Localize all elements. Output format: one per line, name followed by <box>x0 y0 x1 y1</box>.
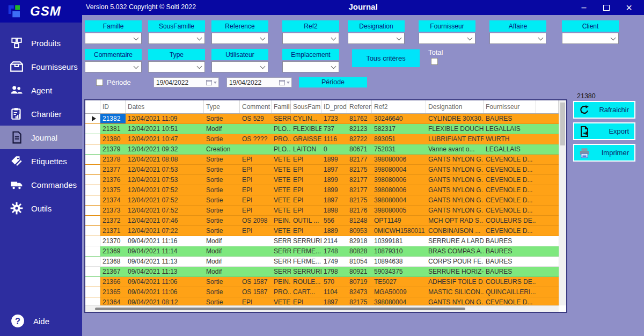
col-header-comment[interactable]: Comment <box>240 100 272 113</box>
cell-idprod[interactable]: 1798 <box>321 267 347 276</box>
cell-famille[interactable]: VETE... <box>272 165 291 174</box>
cell-fournisseur[interactable]: CEVENOLE D... <box>484 226 536 236</box>
cell-type[interactable]: Modif <box>204 257 240 266</box>
cell-fournisseur[interactable]: CEVENOLE D... <box>484 175 536 185</box>
cell-famille[interactable]: VETE... <box>272 226 291 236</box>
row-selector[interactable] <box>85 124 100 134</box>
cell-fournisseur[interactable]: LEGALLAIS <box>484 124 536 134</box>
cell-fournisseur[interactable]: CEVENOLE D... <box>484 185 536 195</box>
cell-fournisseur[interactable]: CEVENOLE D... <box>484 195 536 205</box>
filter-header-button[interactable]: Ref2 <box>282 20 339 32</box>
cell-ref2[interactable]: 398080004 <box>372 165 426 174</box>
cell-dates[interactable]: 12/04/2021 07:22 <box>126 226 204 236</box>
cell-dates[interactable]: 12/04/2021 11:09 <box>126 114 204 123</box>
cell-idprod[interactable]: 737 <box>321 124 347 134</box>
cell-comment[interactable]: EPI <box>240 206 272 215</box>
cell-designation[interactable]: CORPS POUR FE... <box>426 257 484 266</box>
sidebar-item-chantier[interactable]: Chantier <box>0 102 82 126</box>
table-row[interactable]: 21368 09/04/2021 11:13 Modif SERR... FER… <box>85 257 559 267</box>
filter-header-button[interactable]: Client <box>562 20 619 32</box>
cell-dates[interactable]: 09/04/2021 11:13 <box>126 257 204 266</box>
table-row[interactable]: 21372 12/04/2021 07:46 Sortie OS 2098 PE… <box>85 216 559 226</box>
cell-idprod[interactable]: 1104 <box>321 287 347 297</box>
cell-designation[interactable]: CONBINAISON ... <box>426 226 484 236</box>
cell-id[interactable]: 21374 <box>100 195 126 205</box>
cell-referen[interactable]: 82177 <box>347 185 372 195</box>
table-row[interactable]: 21374 12/04/2021 07:52 Sortie EPI VETE..… <box>85 195 559 206</box>
filter-dropdown[interactable] <box>489 33 546 44</box>
cell-designation[interactable]: CYLINDRE 30X30... <box>426 114 484 123</box>
cell-id[interactable]: 21382 <box>100 114 126 123</box>
cell-ref2[interactable]: TE5027 <box>372 277 426 287</box>
cell-comment[interactable]: OS 2098 <box>240 216 272 225</box>
cell-sousfam[interactable]: LAITON <box>291 144 321 154</box>
export-button[interactable]: Export <box>573 122 635 140</box>
row-selector[interactable] <box>85 267 100 276</box>
cell-type[interactable]: Sortie <box>204 165 240 174</box>
col-header-dates[interactable]: Dates <box>126 100 204 113</box>
cell-type[interactable]: Sortie <box>204 175 240 185</box>
table-row[interactable]: 21382 12/04/2021 11:09 Sortie OS 529 SER… <box>85 114 559 124</box>
cell-ref2[interactable]: 398080006 <box>372 155 426 164</box>
cell-referen[interactable]: 82176 <box>347 206 372 215</box>
sidebar-item-fournisseurs[interactable]: Fournisseurs <box>0 55 82 78</box>
cell-famille[interactable]: PRO... <box>272 134 291 144</box>
row-selector[interactable] <box>85 185 100 195</box>
cell-dates[interactable]: 09/04/2021 11:16 <box>126 236 204 246</box>
cell-sousfam[interactable]: CYLIN... <box>291 114 321 123</box>
cell-fournisseur[interactable]: CEVENOLE D... <box>484 206 536 215</box>
cell-id[interactable]: 21364 <box>100 297 126 305</box>
cell-fournisseur[interactable]: BAURES <box>484 114 536 123</box>
cell-id[interactable]: 21378 <box>100 155 126 164</box>
cell-id[interactable]: 21368 <box>100 257 126 266</box>
cell-comment[interactable] <box>240 257 272 266</box>
filter-dropdown[interactable] <box>562 33 619 44</box>
cell-dates[interactable]: 09/04/2021 11:06 <box>126 277 204 287</box>
cell-comment[interactable]: EPI <box>240 297 272 305</box>
table-row[interactable]: 21365 09/04/2021 11:06 Sortie OS 1587 PR… <box>85 287 559 297</box>
minimize-button[interactable]: – <box>574 0 594 15</box>
cell-fournisseur[interactable]: CEVENOLE D... <box>484 155 536 164</box>
cell-referen[interactable]: 81054 <box>347 257 372 266</box>
col-header-fournisseur[interactable]: Fournisseur <box>484 100 536 113</box>
cell-famille[interactable]: PLO... <box>272 144 291 154</box>
filter-dropdown[interactable] <box>148 33 205 44</box>
cell-fournisseur[interactable]: LEGALLAIS <box>484 144 536 154</box>
cell-ref2[interactable]: OPT1149 <box>372 216 426 225</box>
cell-sousfam[interactable]: SERRURE <box>291 236 321 246</box>
cell-referen[interactable]: 80828 <box>347 246 372 256</box>
cell-ref2[interactable]: 398080004 <box>372 297 426 305</box>
cell-fournisseur[interactable]: BAURES <box>484 257 536 266</box>
cell-fournisseur[interactable]: COULEURS DE... <box>484 216 536 225</box>
filter-header-button[interactable]: Designation <box>348 20 405 32</box>
cell-idprod[interactable]: 1748 <box>321 246 347 256</box>
cell-sousfam[interactable]: OUTIL ... <box>291 216 321 225</box>
cell-type[interactable]: Sortie <box>204 155 240 164</box>
cell-id[interactable]: 21371 <box>100 226 126 236</box>
cell-ref2[interactable]: 10894638 <box>372 257 426 266</box>
cell-referen[interactable]: 82175 <box>347 165 372 174</box>
cell-type[interactable]: Sortie <box>204 134 240 144</box>
filter-dropdown[interactable] <box>282 61 339 72</box>
cell-famille[interactable]: VETE... <box>272 297 291 305</box>
cell-comment[interactable] <box>240 144 272 154</box>
cell-id[interactable]: 21380 <box>100 134 126 144</box>
cell-designation[interactable]: BRAS COMPAS A... <box>426 246 484 256</box>
filter-header-button[interactable]: SousFamille <box>148 20 205 32</box>
cell-sousfam[interactable]: EPI <box>291 185 321 195</box>
cell-id[interactable]: 21367 <box>100 267 126 276</box>
col-header-famille[interactable]: Famille <box>272 100 291 113</box>
cell-comment[interactable] <box>240 246 272 256</box>
col-header-idprod[interactable]: ID_prod <box>321 100 347 113</box>
cell-id[interactable]: 21372 <box>100 216 126 225</box>
filter-header-button[interactable]: Emplacement <box>282 49 339 60</box>
table-row[interactable]: 21378 12/04/2021 08:08 Sortie EPI VETE..… <box>85 155 559 165</box>
table-row[interactable]: 21364 09/04/2021 08:12 Sortie EPI VETE..… <box>85 297 559 305</box>
cell-referen[interactable]: 80921 <box>347 267 372 276</box>
cell-famille[interactable]: SERR... <box>272 236 291 246</box>
col-header-id[interactable]: ID <box>100 100 126 113</box>
all-criteria-button[interactable]: Tous critères <box>352 49 420 67</box>
cell-idprod[interactable]: 1116 <box>321 134 347 144</box>
cell-sousfam[interactable]: EPI <box>291 297 321 305</box>
filter-header-button[interactable]: Affaire <box>489 20 546 32</box>
